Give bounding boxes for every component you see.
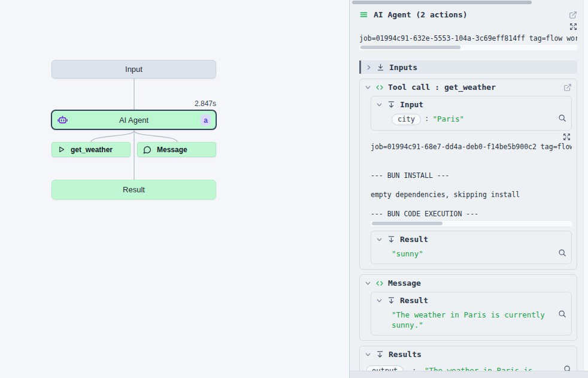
play-icon bbox=[57, 146, 65, 153]
log-horizontal-scrollbar[interactable] bbox=[371, 221, 572, 226]
result-label: Result bbox=[400, 235, 428, 244]
section-tool-call: Tool call : get_weather Input city : "Pa… bbox=[359, 78, 577, 270]
node-tool-message[interactable]: Message bbox=[137, 142, 216, 157]
node-tool-label: get_weather bbox=[71, 146, 113, 154]
node-input-label: Input bbox=[125, 65, 143, 74]
agent-job-log-line: job=01994c91-632e-5553-104a-3c69eff814ff… bbox=[359, 34, 577, 43]
node-tool-label: Message bbox=[157, 146, 187, 154]
import-icon bbox=[387, 101, 395, 108]
node-tool-get-weather[interactable]: get_weather bbox=[51, 142, 131, 157]
results-output-row: output : "The weather in Paris is curren… bbox=[366, 364, 572, 371]
tool-call-input-box: Input city : "Paris" bbox=[371, 96, 572, 131]
node-ai-agent-label: AI Agent bbox=[52, 116, 216, 125]
output-key-badge: output bbox=[366, 365, 404, 371]
import-icon bbox=[387, 297, 395, 304]
import-icon bbox=[376, 350, 384, 358]
panel-vertical-scrollbar[interactable] bbox=[583, 0, 588, 371]
results-label: Results bbox=[389, 350, 422, 359]
tool-call-title: Tool call : get_weather bbox=[388, 83, 559, 92]
section-inputs-label: Inputs bbox=[389, 63, 417, 72]
results-toggle[interactable]: Results bbox=[365, 350, 572, 359]
flow-canvas[interactable]: Input 2.847s AI Agent a get_weather Mess… bbox=[0, 0, 349, 378]
external-link-icon[interactable] bbox=[563, 83, 572, 92]
chevron-down-icon bbox=[365, 351, 371, 358]
tool-call-header[interactable]: Tool call : get_weather bbox=[365, 83, 572, 92]
import-icon bbox=[387, 235, 395, 243]
node-ai-agent[interactable]: AI Agent a bbox=[51, 110, 217, 130]
scrollbar-thumb[interactable] bbox=[372, 222, 442, 225]
input-value: "Paris" bbox=[432, 114, 558, 124]
agent-duration-label: 2.847s bbox=[156, 99, 216, 108]
flow-run-viewer: Input 2.847s AI Agent a get_weather Mess… bbox=[0, 0, 588, 378]
scrollbar-thumb[interactable] bbox=[352, 1, 532, 4]
node-input[interactable]: Input bbox=[51, 60, 216, 78]
external-link-icon[interactable] bbox=[569, 11, 577, 19]
code-icon bbox=[376, 84, 383, 91]
message-result-value: "The weather in Paris is currently sunny… bbox=[392, 310, 558, 330]
message-header[interactable]: Message bbox=[365, 279, 572, 288]
chevron-right-icon bbox=[365, 64, 372, 71]
chevron-down-icon bbox=[365, 84, 371, 90]
section-message: Message Result "The weather in Paris is … bbox=[359, 274, 577, 341]
menu-icon bbox=[359, 10, 368, 19]
panel-bottom-strip bbox=[350, 371, 588, 378]
panel-title: AI Agent (2 actions) bbox=[374, 10, 563, 19]
expand-icon[interactable] bbox=[563, 133, 571, 141]
tool-call-result-value: "sunny" bbox=[392, 249, 558, 259]
message-result-box: Result "The weather in Paris is currentl… bbox=[371, 292, 572, 335]
chevron-down-icon bbox=[376, 236, 383, 243]
scrollbar-thumb[interactable] bbox=[360, 46, 460, 49]
chevron-down-icon bbox=[376, 101, 383, 108]
chevron-down-icon bbox=[376, 297, 383, 304]
key-value-separator: : bbox=[421, 114, 433, 123]
chevron-down-icon bbox=[365, 280, 371, 286]
expand-icon[interactable] bbox=[569, 23, 577, 31]
agent-id-badge: a bbox=[201, 114, 211, 126]
message-bubble-icon bbox=[143, 146, 151, 154]
result-toggle[interactable]: Result bbox=[376, 296, 566, 305]
run-details-panel: AI Agent (2 actions) job=01994c91-632e-5… bbox=[350, 0, 588, 378]
robot-icon bbox=[57, 115, 68, 125]
code-icon bbox=[376, 280, 383, 287]
search-icon[interactable] bbox=[558, 310, 566, 318]
section-inputs-toggle[interactable]: Inputs bbox=[359, 61, 577, 74]
tool-call-log: job=01994c91-68e7-dd4a-deb0-f14be5b900c2… bbox=[371, 142, 572, 219]
tool-call-log-block: job=01994c91-68e7-dd4a-deb0-f14be5b900c2… bbox=[371, 142, 572, 226]
tool-call-result-box: Result "sunny" bbox=[371, 231, 572, 264]
result-toggle[interactable]: Result bbox=[376, 235, 566, 244]
key-value-separator: : bbox=[408, 366, 420, 371]
panel-horizontal-scrollbar[interactable] bbox=[350, 0, 583, 5]
section-results: Results output : "The weather in Paris i… bbox=[359, 346, 577, 371]
input-toggle[interactable]: Input bbox=[376, 100, 566, 109]
log-horizontal-scrollbar[interactable] bbox=[359, 45, 577, 50]
input-label: Input bbox=[400, 100, 423, 109]
search-icon[interactable] bbox=[558, 114, 566, 122]
panel-scroll-area: AI Agent (2 actions) job=01994c91-632e-5… bbox=[350, 0, 583, 371]
node-result-label: Result bbox=[123, 185, 145, 194]
node-result[interactable]: Result bbox=[51, 180, 216, 199]
message-title: Message bbox=[388, 279, 572, 288]
result-label: Result bbox=[400, 296, 428, 305]
download-icon bbox=[377, 63, 384, 71]
search-icon[interactable] bbox=[558, 249, 566, 257]
input-key-badge: city bbox=[392, 114, 421, 125]
search-icon[interactable] bbox=[563, 365, 572, 371]
